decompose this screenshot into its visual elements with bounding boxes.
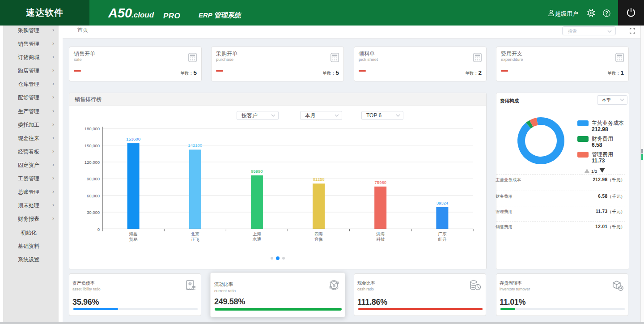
svg-text:30,000: 30,000 — [87, 210, 100, 215]
svg-text:81258: 81258 — [313, 177, 324, 182]
svg-text:音像: 音像 — [314, 237, 323, 242]
svg-text:150,000: 150,000 — [85, 143, 100, 148]
svg-text:北京: 北京 — [191, 231, 200, 236]
svg-text:39324: 39324 — [436, 200, 448, 205]
svg-text:153600: 153600 — [126, 136, 140, 141]
svg-text:上海: 上海 — [253, 231, 262, 236]
svg-text:142100: 142100 — [188, 143, 202, 148]
svg-text:贸易: 贸易 — [129, 237, 138, 242]
svg-text:180,000: 180,000 — [85, 126, 100, 131]
svg-text:四海: 四海 — [314, 231, 323, 236]
svg-text:水通: 水通 — [252, 237, 261, 242]
svg-text:洪海: 洪海 — [376, 231, 385, 236]
svg-text:海鑫: 海鑫 — [129, 231, 138, 236]
svg-text:红升: 红升 — [438, 237, 447, 242]
svg-text:0: 0 — [97, 227, 100, 232]
svg-text:科技: 科技 — [376, 237, 385, 242]
svg-text:广东: 广东 — [438, 231, 447, 236]
svg-text:95990: 95990 — [251, 169, 263, 174]
svg-text:90,000: 90,000 — [87, 176, 100, 181]
svg-text:60,000: 60,000 — [87, 193, 100, 198]
svg-text:120,000: 120,000 — [85, 160, 100, 165]
svg-text:75980: 75980 — [375, 180, 386, 185]
svg-text:正飞: 正飞 — [191, 237, 199, 242]
